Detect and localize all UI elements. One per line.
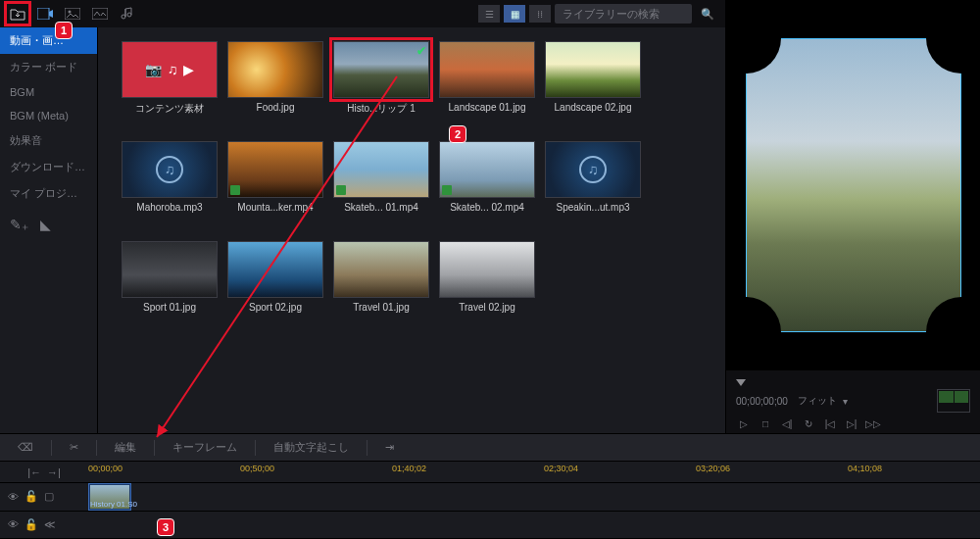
- library-item[interactable]: Sport 01.jpg: [122, 241, 218, 325]
- library-item-label: Food.jpg: [257, 102, 295, 113]
- play-button[interactable]: ▷: [736, 416, 752, 430]
- play-icon: ▶: [183, 62, 194, 77]
- library-item-label: Landscape 02.jpg: [555, 102, 632, 113]
- view-details-icon[interactable]: ⁞⁞: [529, 5, 551, 23]
- track-lock-icon[interactable]: 🔓: [24, 518, 38, 531]
- music-note-icon: ♫: [156, 156, 183, 183]
- library-item[interactable]: Landscape 01.jpg: [439, 41, 535, 125]
- library-item-label: Travel 01.jpg: [353, 302, 409, 313]
- library-item-label: Mounta...ker.mp4: [237, 202, 313, 213]
- library-item-label: Mahoroba.mp3: [136, 202, 202, 213]
- library-item[interactable]: Mounta...ker.mp4: [227, 141, 323, 225]
- media-tab-audio-icon[interactable]: [116, 3, 139, 24]
- pen-tool-icon[interactable]: ✎₊: [10, 217, 28, 232]
- sidebar-item-downloads[interactable]: ダウンロード完了: [0, 154, 97, 180]
- track-lock-icon[interactable]: 🔓: [24, 490, 38, 503]
- prev-frame-button[interactable]: ◁|: [779, 416, 795, 430]
- track-visibility-icon[interactable]: 👁: [8, 518, 19, 530]
- timeline-tracks: 👁 🔓 ▢ History 01.S0 👁 🔓 ≪ 3: [0, 482, 980, 539]
- ruler-tick: 04;10;08: [848, 464, 882, 473]
- import-media-button[interactable]: [6, 3, 29, 24]
- audio-track-1: 👁 🔓 ≪: [0, 512, 980, 540]
- view-grid-icon[interactable]: ▦: [504, 5, 525, 23]
- video-badge-icon: [230, 185, 240, 195]
- prev-clip-button[interactable]: |◁: [822, 416, 838, 430]
- library-item-label: Skateb... 01.mp4: [344, 202, 418, 213]
- audio-meter: [937, 389, 970, 413]
- tag-tool-icon[interactable]: ◣: [40, 217, 51, 232]
- library-item[interactable]: ♫Speakin...ut.mp3: [545, 141, 641, 225]
- go-start-icon[interactable]: |←: [27, 466, 41, 478]
- library-item[interactable]: Sport 02.jpg: [227, 241, 323, 325]
- edit-button[interactable]: 編集: [105, 436, 146, 459]
- media-tab-video-icon[interactable]: [33, 3, 57, 24]
- timeline-ruler[interactable]: 00;00;0000;50;0001;40;0202;30;0403;20;06…: [88, 462, 980, 482]
- library-toolbar: ☰ ▦ ⁞⁞ ライブラリーの検索 🔍 1: [0, 0, 725, 27]
- media-tab-scene-icon[interactable]: [88, 3, 112, 24]
- track-type-audio-icon: ≪: [44, 518, 56, 531]
- next-clip-button[interactable]: ▷|: [844, 416, 859, 430]
- audio-track-1-body[interactable]: [88, 512, 980, 539]
- camera-icon: 📷: [145, 62, 162, 77]
- search-icon[interactable]: 🔍: [696, 3, 719, 24]
- sidebar-item-bgm[interactable]: BGM: [0, 80, 97, 104]
- sidebar-item-colorboard[interactable]: カラー ボード: [0, 54, 97, 80]
- chevron-down-icon[interactable]: ▾: [843, 396, 848, 407]
- ruler-tick: 02;30;04: [544, 464, 578, 473]
- library-item-label: コンテンツ素材: [135, 102, 204, 116]
- library-item[interactable]: Skateb... 01.mp4: [333, 141, 429, 225]
- library-item-label: Sport 01.jpg: [143, 302, 196, 313]
- sidebar-item-bgm-meta[interactable]: BGM (Meta): [0, 104, 97, 127]
- library-item[interactable]: Food.jpg: [227, 41, 323, 125]
- keyframe-button[interactable]: キーフレーム: [163, 436, 247, 459]
- svg-rect-0: [37, 8, 49, 20]
- library-item[interactable]: 📷♫▶コンテンツ素材: [122, 41, 218, 125]
- svg-rect-3: [92, 8, 108, 20]
- library-item[interactable]: Skateb... 02.mp4: [439, 141, 535, 225]
- timeline-toolbar: ⌫ ✂ 編集 キーフレーム 自動文字起こし ⇥: [0, 433, 980, 461]
- video-badge-icon: [442, 185, 452, 195]
- sidebar-item-media[interactable]: 動画・画…: [0, 27, 97, 54]
- library-item-label: Speakin...ut.mp3: [556, 202, 629, 213]
- view-list-icon[interactable]: ☰: [478, 5, 500, 23]
- preview-timecode: 00;00;00;00: [736, 396, 788, 407]
- music-icon: ♫: [168, 62, 178, 77]
- ruler-tick: 01;40;02: [392, 464, 426, 473]
- scissors-tool-icon[interactable]: ✂: [60, 437, 88, 458]
- preview-panel: 00;00;00;00 フィット ▾ ▷ □ ◁| ↻ |◁ ▷| ▷▷: [725, 0, 980, 433]
- video-track-1-body[interactable]: History 01.S0: [88, 483, 980, 511]
- category-sidebar: 動画・画… カラー ボード BGM BGM (Meta) 効果音 ダウンロード完…: [0, 27, 98, 433]
- sidebar-item-sfx[interactable]: 効果音: [0, 127, 97, 154]
- library-item[interactable]: Travel 02.jpg: [439, 241, 535, 325]
- library-item-label: Skateb... 02.mp4: [450, 202, 524, 213]
- ruler-tick: 00;00;00: [88, 464, 122, 473]
- track-type-video-icon: ▢: [44, 490, 54, 503]
- timeline-clip[interactable]: History 01.S0: [88, 483, 131, 511]
- timeline-ruler-row: |← →| 00;00;0000;50;0001;40;0202;30;0403…: [0, 461, 980, 482]
- fast-fwd-button[interactable]: ▷▷: [865, 416, 881, 430]
- preview-playhead-row[interactable]: [726, 370, 980, 386]
- stop-button[interactable]: □: [758, 416, 773, 430]
- sidebar-item-myprojects[interactable]: マイ プロジェクト: [0, 180, 97, 207]
- go-end-icon[interactable]: →|: [47, 466, 61, 478]
- marker-tool-icon[interactable]: ⇥: [375, 437, 404, 458]
- loop-button[interactable]: ↻: [801, 416, 816, 430]
- library-search-input[interactable]: ライブラリーの検索: [555, 4, 692, 24]
- library-item-label: Landscape 01.jpg: [449, 102, 526, 113]
- eraser-tool-icon[interactable]: ⌫: [8, 437, 43, 458]
- preview-fit-dropdown[interactable]: フィット: [798, 394, 837, 408]
- used-check-icon: ✔: [416, 44, 426, 58]
- auto-caption-button[interactable]: 自動文字起こし: [264, 436, 359, 459]
- library-item[interactable]: Landscape 02.jpg: [545, 41, 641, 125]
- library-item[interactable]: ✔Histo...リップ 1: [333, 41, 429, 125]
- library-item[interactable]: ♫Mahoroba.mp3: [122, 141, 218, 225]
- playhead-marker-icon: [736, 379, 746, 386]
- svg-point-2: [69, 11, 72, 14]
- music-note-icon: ♫: [579, 156, 607, 183]
- library-item[interactable]: Travel 01.jpg: [333, 241, 429, 325]
- track-visibility-icon[interactable]: 👁: [8, 491, 19, 503]
- library-item-label: Histo...リップ 1: [347, 102, 415, 116]
- annotation-3: 3: [157, 518, 174, 536]
- preview-canvas[interactable]: [726, 0, 980, 370]
- ruler-tick: 03;20;06: [696, 464, 730, 473]
